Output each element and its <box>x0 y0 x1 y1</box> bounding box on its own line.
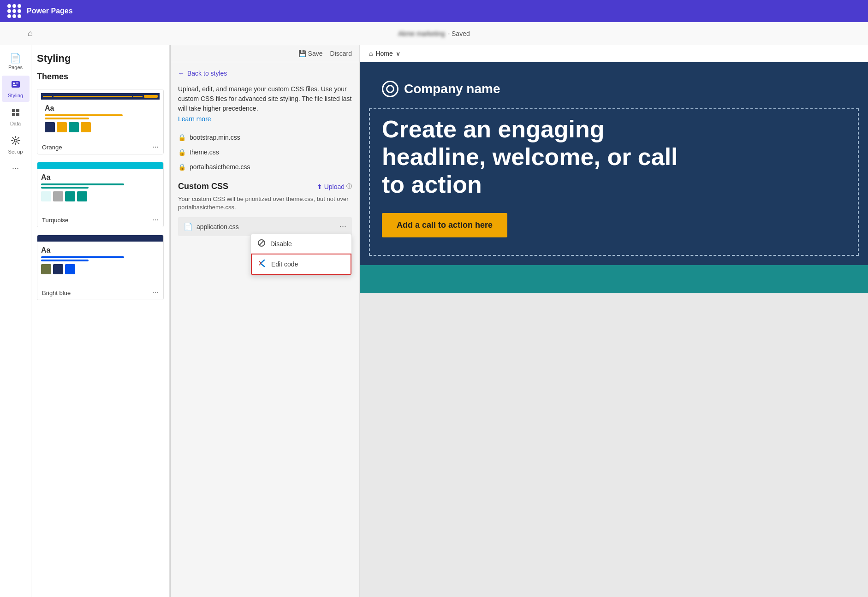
sidebar-item-styling[interactable]: Styling <box>2 76 30 102</box>
app-title: Power Pages <box>27 7 73 15</box>
breadcrumb-home-icon: ⌂ <box>369 50 373 57</box>
context-menu-disable[interactable]: Disable <box>251 234 351 254</box>
custom-css-section: Custom CSS ⬆ Upload ⓘ Your custom CSS wi… <box>178 182 352 236</box>
save-icon: 💾 <box>298 50 306 57</box>
custom-css-header: Custom CSS ⬆ Upload ⓘ <box>178 182 352 191</box>
context-menu-editcode[interactable]: Edit code <box>251 254 351 275</box>
theme-card-turquoise[interactable]: Aa Turquoise ··· <box>37 162 164 227</box>
file-icon: 📄 <box>184 222 193 231</box>
breadcrumb-home-label: Home <box>375 50 392 57</box>
svg-rect-1 <box>13 83 15 84</box>
hero-cta-button[interactable]: Add a call to action here <box>382 213 507 237</box>
theme-preview-orange: Aa <box>37 89 163 140</box>
back-arrow-icon: ← <box>178 70 184 77</box>
svg-point-8 <box>14 139 17 142</box>
themes-subtitle: Themes <box>37 72 164 82</box>
theme-card-footer-orange: Orange ··· <box>37 140 163 154</box>
lock-icon-bootstrap: 🔒 <box>178 134 186 141</box>
css-filename-theme: theme.css <box>190 148 219 156</box>
breadcrumb-chevron-icon: ∨ <box>396 50 400 57</box>
info-icon: ⓘ <box>346 183 352 190</box>
application-css-options[interactable]: ··· <box>339 222 346 231</box>
more-options-icon[interactable]: ··· <box>12 164 19 173</box>
back-label: Back to styles <box>187 70 227 77</box>
data-icon <box>11 107 21 120</box>
svg-rect-4 <box>12 109 15 112</box>
upload-button[interactable]: ⬆ Upload ⓘ <box>317 183 352 190</box>
svg-rect-2 <box>13 85 17 86</box>
hero-headline: Create an engaging headline, welcome, or… <box>382 116 705 198</box>
orange-aa-text: Aa <box>45 104 156 112</box>
css-file-portalbasic: 🔒 portalbasictheme.css <box>178 160 352 174</box>
svg-rect-5 <box>16 109 19 112</box>
sidebar-item-setup[interactable]: Set up <box>2 132 30 158</box>
theme-name-brightblue: Bright blue <box>42 290 71 296</box>
sidebar-item-data[interactable]: Data <box>2 104 30 130</box>
discard-button[interactable]: Discard <box>330 50 352 57</box>
preview-panel: ⌂ Home ∨ Company name Create an engaging… <box>360 45 868 597</box>
themes-title: Styling <box>37 53 164 65</box>
turq-swatch-4 <box>77 191 87 201</box>
application-css-row: 📄 application.css ··· <box>178 217 352 236</box>
orange-swatch-orange2 <box>81 122 91 132</box>
styling-icon <box>11 79 21 92</box>
home-icon-secondary[interactable]: ⌂ <box>28 29 33 38</box>
css-filename-portalbasic: portalbasictheme.css <box>190 163 250 171</box>
learn-more-link[interactable]: Learn more <box>178 115 352 123</box>
vscode-icon <box>258 259 267 269</box>
orange-swatch-teal <box>69 122 79 132</box>
blue-swatch-1 <box>41 264 51 274</box>
upload-icon: ⬆ <box>317 183 322 190</box>
disable-icon <box>257 239 266 249</box>
app-grid-icon[interactable] <box>7 4 21 18</box>
discard-label: Discard <box>330 50 352 57</box>
css-panel: 💾 Save Discard ← Back to styles Upload, … <box>171 45 360 597</box>
theme-card-orange[interactable]: Aa Orange ··· <box>37 89 164 154</box>
theme-card-brightblue[interactable]: Aa Bright blue ··· <box>37 235 164 300</box>
turq-swatch-1 <box>41 191 51 201</box>
hero-section: Company name Create an engaging headline… <box>360 62 868 265</box>
turq-swatch-3 <box>65 191 75 201</box>
css-panel-header: 💾 Save Discard <box>171 45 359 62</box>
save-label: Save <box>308 50 323 57</box>
application-css-name: application.css <box>196 223 239 231</box>
theme-preview-turquoise: Aa <box>37 162 163 213</box>
theme-name-orange: Orange <box>42 144 62 151</box>
css-panel-actions: 💾 Save Discard <box>298 50 352 57</box>
theme-card-footer-turquoise: Turquoise ··· <box>37 213 163 227</box>
disable-label: Disable <box>270 240 292 248</box>
blue-swatch-3 <box>65 264 75 274</box>
themes-panel: Styling Themes Aa <box>31 45 170 597</box>
preview-content: Company name Create an engaging headline… <box>360 62 868 597</box>
save-button[interactable]: 💾 Save <box>298 50 323 57</box>
sidebar-item-pages[interactable]: 📄 Pages <box>2 49 30 74</box>
css-filename-bootstrap: bootstrap.min.css <box>190 134 240 141</box>
secondary-header: ⌂ Akme marketing - Saved <box>0 22 868 45</box>
blue-swatch-2 <box>53 264 63 274</box>
orange-swatch-navy <box>45 122 55 132</box>
company-name-row: Company name <box>382 81 846 97</box>
top-header: Power Pages <box>0 0 868 22</box>
company-logo-inner <box>386 85 394 93</box>
setup-icon <box>11 136 21 148</box>
svg-rect-0 <box>12 81 20 88</box>
theme-card-footer-brightblue: Bright blue ··· <box>37 286 163 300</box>
custom-css-description: Your custom CSS will be prioritized over… <box>178 195 352 212</box>
orange-swatch-orange <box>57 122 67 132</box>
theme-options-turquoise[interactable]: ··· <box>153 216 159 224</box>
theme-options-orange[interactable]: ··· <box>153 143 159 151</box>
theme-preview-brightblue: Aa <box>37 235 163 286</box>
company-name-text: Company name <box>404 82 500 96</box>
sidebar-label-setup: Set up <box>8 149 23 154</box>
sidebar-label-data: Data <box>10 121 21 126</box>
lock-icon-portalbasic: 🔒 <box>178 163 186 171</box>
theme-options-brightblue[interactable]: ··· <box>153 289 159 297</box>
lock-icon-theme: 🔒 <box>178 148 186 156</box>
application-css-left: 📄 application.css <box>184 222 239 231</box>
back-to-styles-link[interactable]: ← Back to styles <box>178 70 352 77</box>
icon-sidebar: 📄 Pages Styling <box>0 45 31 597</box>
site-status: Akme marketing - Saved <box>398 30 470 37</box>
custom-css-title: Custom CSS <box>178 182 228 191</box>
main-layout: 📄 Pages Styling <box>0 45 868 597</box>
site-name: Akme marketing <box>398 30 445 37</box>
